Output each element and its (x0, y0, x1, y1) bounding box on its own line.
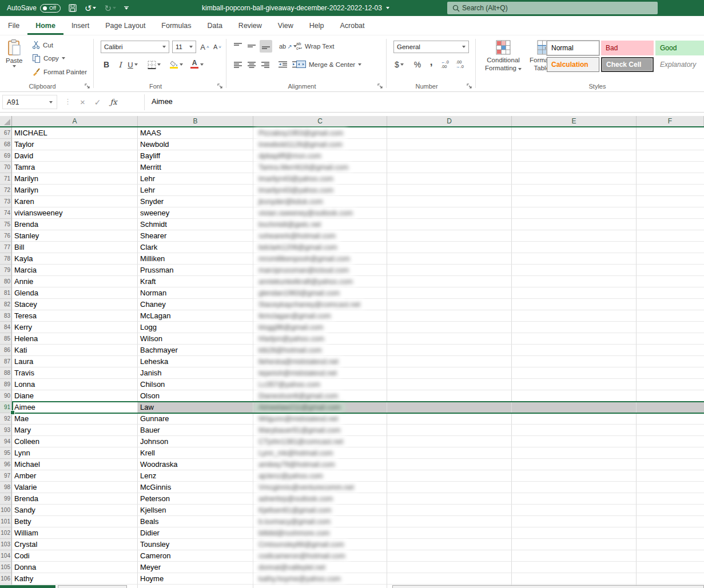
row-header-74[interactable]: 74 (0, 207, 12, 219)
row-header-106[interactable]: 106 (0, 573, 12, 585)
conditional-formatting-button[interactable]: Conditional Formatting (485, 40, 522, 72)
cell-first-name[interactable]: Brenda (12, 219, 138, 230)
cell-last-name[interactable]: Johnson (138, 436, 253, 447)
cell-first-name[interactable]: Valarie (12, 482, 138, 493)
cell-empty[interactable] (512, 367, 637, 379)
cell-first-name[interactable]: Donna (12, 562, 138, 573)
cell-empty[interactable] (637, 310, 704, 322)
cell-last-name[interactable]: Bayliff (138, 150, 253, 162)
cell-empty[interactable] (387, 436, 512, 447)
increase-decimal-button[interactable]: ←.0.00 (439, 58, 451, 71)
cell-empty[interactable] (637, 333, 704, 345)
row-header-97[interactable]: 97 (0, 470, 12, 482)
cell-email[interactable]: lleheska@midstatesd.net (253, 356, 387, 367)
tab-acrobat[interactable]: Acrobat (332, 16, 372, 35)
row-header-82[interactable]: 82 (0, 299, 12, 310)
cell-last-name[interactable]: Shearer (138, 230, 253, 242)
cell-last-name[interactable]: Lehr (138, 173, 253, 185)
number-dialog-launcher-icon[interactable] (467, 83, 472, 89)
tab-home[interactable]: Home (27, 16, 63, 35)
tab-insert[interactable]: Insert (63, 16, 97, 35)
cell-email[interactable]: Pizzaboy1953@gmail.com (253, 127, 387, 139)
cell-first-name[interactable]: Annie (12, 276, 138, 287)
cell-empty[interactable] (512, 562, 637, 573)
row-header-85[interactable]: 85 (0, 333, 12, 345)
cell-email[interactable]: jksnyder@kduk.com (253, 196, 387, 207)
cell-last-name[interactable]: Bachmayer (138, 345, 253, 356)
cell-empty[interactable] (512, 127, 637, 139)
row-header-105[interactable]: 105 (0, 562, 12, 573)
row-header-70[interactable]: 70 (0, 162, 12, 173)
cell-last-name[interactable]: Chilson (138, 379, 253, 390)
cell-empty[interactable] (637, 185, 704, 196)
cell-last-name[interactable]: Gunnare (138, 413, 253, 425)
cell-empty[interactable] (637, 562, 704, 573)
cell-empty[interactable] (387, 505, 512, 516)
row-header-102[interactable]: 102 (0, 527, 12, 539)
row-header-90[interactable]: 90 (0, 390, 12, 402)
cell-empty[interactable] (637, 276, 704, 287)
cell-empty[interactable] (637, 425, 704, 436)
cell-empty[interactable] (637, 447, 704, 459)
cell-empty[interactable] (512, 447, 637, 459)
cell-first-name[interactable]: Amber (12, 470, 138, 482)
row-header-79[interactable]: 79 (0, 265, 12, 276)
row-header-89[interactable]: 89 (0, 379, 12, 390)
cell-first-name[interactable]: Diane (12, 390, 138, 402)
row-header-100[interactable]: 100 (0, 505, 12, 516)
row-header-77[interactable]: 77 (0, 242, 12, 253)
tab-review[interactable]: Review (230, 16, 270, 35)
cell-empty[interactable] (387, 196, 512, 207)
font-dialog-launcher-icon[interactable] (217, 83, 223, 89)
decrease-indent-button[interactable] (277, 58, 288, 71)
cell-empty[interactable] (387, 379, 512, 390)
cell-empty[interactable] (637, 150, 704, 162)
row-header-73[interactable]: 73 (0, 196, 12, 207)
cell-empty[interactable] (387, 356, 512, 367)
cell-first-name[interactable]: Stacey (12, 299, 138, 310)
cell-first-name[interactable]: Kayla (12, 253, 138, 265)
cell-empty[interactable] (637, 527, 704, 539)
row-header-80[interactable]: 80 (0, 276, 12, 287)
font-color-dropdown-icon[interactable] (200, 63, 204, 66)
cell-email[interactable]: lmarilyn43@yahoo.com (253, 185, 387, 196)
cell-empty[interactable] (637, 322, 704, 333)
row-header-84[interactable]: 84 (0, 322, 12, 333)
cell-empty[interactable] (512, 539, 637, 550)
cell-empty[interactable] (512, 482, 637, 493)
cell-empty[interactable] (387, 562, 512, 573)
cell-email[interactable]: glendan1963@gmail.com (253, 287, 387, 299)
cell-first-name[interactable]: Helena (12, 333, 138, 345)
tab-file[interactable]: File (0, 16, 27, 35)
middle-align-button[interactable] (246, 40, 257, 53)
cell-empty[interactable] (387, 413, 512, 425)
cell-style-explanatory[interactable]: Explanatory (655, 57, 704, 72)
cell-empty[interactable] (387, 127, 512, 139)
cell-email[interactable]: vivian.sweeney@outlook.com (253, 207, 387, 219)
cell-empty[interactable] (387, 310, 512, 322)
cell-last-name[interactable]: McLagan (138, 310, 253, 322)
increase-font-button[interactable]: A˄ (199, 41, 210, 53)
cell-first-name[interactable]: Aimee (12, 402, 138, 413)
cell-empty[interactable] (637, 413, 704, 425)
cell-empty[interactable] (387, 402, 512, 413)
cell-empty[interactable] (387, 333, 512, 345)
cell-email[interactable]: tejanish@midstatesd.net (253, 367, 387, 379)
fill-color-button[interactable] (168, 58, 180, 71)
cell-empty[interactable] (387, 459, 512, 470)
cell-empty[interactable] (387, 550, 512, 562)
cell-last-name[interactable]: McGinnis (138, 482, 253, 493)
cell-first-name[interactable]: Brenda (12, 493, 138, 505)
cell-empty[interactable] (512, 299, 637, 310)
cell-last-name[interactable]: Lehr (138, 185, 253, 196)
cell-empty[interactable] (637, 482, 704, 493)
cell-empty[interactable] (387, 162, 512, 173)
cell-empty[interactable] (387, 150, 512, 162)
cell-first-name[interactable]: Mae (12, 413, 138, 425)
center-align-button[interactable] (246, 58, 257, 71)
cell-empty[interactable] (387, 367, 512, 379)
cell-empty[interactable] (637, 402, 704, 413)
cell-email[interactable]: bschmidt@gwtc.net (253, 219, 387, 230)
cell-style-check-cell[interactable]: Check Cell (601, 57, 654, 72)
format-painter-button[interactable]: Format Painter (32, 67, 87, 76)
